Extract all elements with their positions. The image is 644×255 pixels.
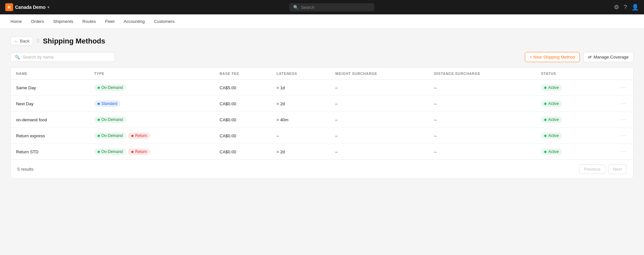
cell-status: Active (536, 112, 595, 128)
topbar-icons: ⚙ ? 👤 (614, 4, 639, 11)
topbar: R Canada Demo ▾ 🔍 ⚙ ? 👤 (0, 0, 644, 14)
col-distance-surcharge: DISTANCE SURCHARGE (429, 68, 536, 80)
coverage-icon: ⇄ (588, 55, 592, 60)
table-header-row: NAME TYPE BASE FEE LATENESS WEIGHT SURCH… (11, 68, 633, 80)
cell-name: Return STD (11, 144, 89, 160)
cell-name: Next Day (11, 96, 89, 112)
back-label: Back (20, 39, 29, 43)
search-icon: 🔍 (293, 5, 298, 10)
actions-row: 🔍 + New Shipping Method ⇄ Manage Coverag… (10, 52, 634, 62)
cell-base-fee: CA$5.00 (214, 80, 271, 96)
nav-item-customers[interactable]: Customers (150, 16, 178, 26)
cell-type: On-DemandReturn (89, 144, 214, 160)
table-row: Next DayStandardCA$0.00> 2d––Active··· (11, 96, 633, 112)
cell-lateness: – (271, 128, 330, 144)
cell-name: Same Day (11, 80, 89, 96)
back-arrow-icon: ← (14, 39, 18, 43)
status-badge: Active (541, 100, 562, 107)
status-badge: Active (541, 84, 562, 91)
type-badge: Return (128, 132, 150, 139)
company-selector[interactable]: R Canada Demo ▾ (5, 3, 49, 11)
table-row: on-demand foodOn-DemandCA$0.00> 40m––Act… (11, 112, 633, 128)
cell-distance-surcharge: – (429, 128, 536, 144)
status-badge: Active (541, 116, 562, 123)
page-content: ← Back ⠿ Shipping Methods 🔍 + New Shippi… (0, 29, 644, 187)
col-lateness: LATENESS (271, 68, 330, 80)
nav-item-shipments[interactable]: Shipments (49, 16, 77, 26)
cell-distance-surcharge: – (429, 144, 536, 160)
nav-item-accounting[interactable]: Accounting (120, 16, 149, 26)
global-search-input[interactable] (301, 5, 370, 10)
shipping-methods-table: NAME TYPE BASE FEE LATENESS WEIGHT SURCH… (10, 67, 634, 179)
global-search[interactable]: 🔍 (289, 3, 374, 11)
cell-base-fee: CA$0.00 (214, 128, 271, 144)
status-badge: Active (541, 132, 562, 139)
cell-type: On-DemandReturn (89, 128, 214, 144)
page-title: Shipping Methods (43, 37, 105, 45)
table-row: Return expressOn-DemandReturnCA$0.00–––A… (11, 128, 633, 144)
type-badge: Standard (94, 100, 121, 107)
col-actions (595, 68, 633, 80)
user-icon[interactable]: 👤 (632, 4, 639, 11)
type-badge: On-Demand (94, 116, 126, 123)
cell-base-fee: CA$0.00 (214, 144, 271, 160)
cell-more-actions[interactable]: ··· (595, 128, 633, 144)
nav-item-routes[interactable]: Routes (79, 16, 100, 26)
cell-weight-surcharge: – (330, 112, 429, 128)
help-icon[interactable]: ? (624, 4, 627, 11)
cell-lateness: > 2d (271, 96, 330, 112)
cell-status: Active (536, 80, 595, 96)
cell-weight-surcharge: – (330, 80, 429, 96)
table-row: Return STDOn-DemandReturnCA$0.00> 2d––Ac… (11, 144, 633, 160)
cell-distance-surcharge: – (429, 96, 536, 112)
search-icon: 🔍 (15, 55, 20, 60)
cell-name: Return express (11, 128, 89, 144)
col-name: NAME (11, 68, 89, 80)
type-badge: On-Demand (94, 132, 126, 139)
type-badge: On-Demand (94, 148, 126, 155)
nav-item-fleet[interactable]: Fleet (101, 16, 118, 26)
table-footer: 5 results Previous Next (11, 160, 633, 178)
more-options-button[interactable]: ··· (618, 115, 628, 124)
more-options-button[interactable]: ··· (618, 147, 628, 156)
status-badge: Active (541, 148, 562, 155)
cell-weight-surcharge: – (330, 144, 429, 160)
action-buttons: + New Shipping Method ⇄ Manage Coverage (525, 52, 634, 62)
cell-more-actions[interactable]: ··· (595, 96, 633, 112)
cell-type: Standard (89, 96, 214, 111)
grid-icon[interactable]: ⠿ (36, 39, 40, 44)
back-button[interactable]: ← Back (10, 37, 33, 45)
col-base-fee: BASE FEE (214, 68, 271, 80)
new-shipping-method-button[interactable]: + New Shipping Method (525, 52, 580, 62)
cell-more-actions[interactable]: ··· (595, 112, 633, 128)
nav-item-orders[interactable]: Orders (27, 16, 48, 26)
more-options-button[interactable]: ··· (618, 99, 628, 108)
cell-base-fee: CA$0.00 (214, 96, 271, 112)
col-weight-surcharge: WEIGHT SURCHARGE (330, 68, 429, 80)
previous-button[interactable]: Previous (579, 164, 606, 174)
results-count: 5 results (17, 167, 33, 172)
manage-coverage-button[interactable]: ⇄ Manage Coverage (583, 52, 634, 62)
cell-more-actions[interactable]: ··· (595, 80, 633, 96)
cell-lateness: > 40m (271, 112, 330, 128)
name-search[interactable]: 🔍 (10, 52, 115, 62)
cell-base-fee: CA$0.00 (214, 112, 271, 128)
col-status: STATUS (536, 68, 595, 80)
table-row: Same DayOn-DemandCA$5.00> 1d––Active··· (11, 80, 633, 96)
more-options-button[interactable]: ··· (618, 83, 628, 92)
cell-distance-surcharge: – (429, 80, 536, 96)
cell-status: Active (536, 144, 595, 160)
cell-more-actions[interactable]: ··· (595, 144, 633, 160)
cell-lateness: > 2d (271, 144, 330, 160)
search-by-name-input[interactable] (23, 55, 111, 60)
more-options-button[interactable]: ··· (618, 131, 628, 140)
cell-weight-surcharge: – (330, 128, 429, 144)
settings-icon[interactable]: ⚙ (614, 4, 619, 11)
breadcrumb: ← Back ⠿ Shipping Methods (10, 37, 634, 45)
cell-type: On-Demand (89, 112, 214, 128)
pagination: Previous Next (579, 164, 627, 174)
company-name: Canada Demo (15, 5, 45, 10)
col-type: TYPE (89, 68, 214, 80)
nav-item-home[interactable]: Home (7, 16, 26, 26)
next-button[interactable]: Next (608, 164, 627, 174)
